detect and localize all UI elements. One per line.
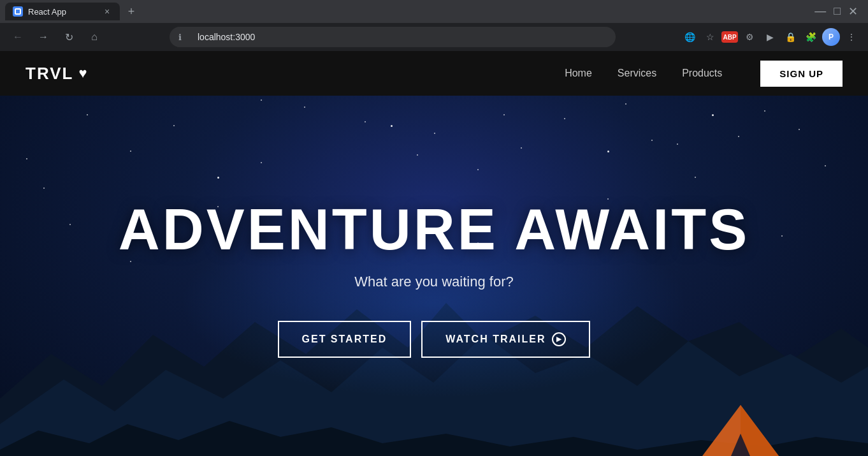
tab-title: React App [28, 7, 97, 17]
tab-bar: React App × + — □ ✕ [0, 0, 868, 23]
window-controls: — □ ✕ [814, 4, 863, 18]
nav-links: Home Services Products SIGN UP [565, 61, 843, 87]
brand-heart-icon: ♥ [78, 65, 87, 82]
address-bar-row: ← → ↻ ⌂ ℹ localhost:3000 🌐 ☆ ABP ⚙ ▶ 🔒 🧩… [0, 23, 868, 51]
extension-btn-3[interactable]: 🔒 [781, 28, 799, 46]
extensions-button[interactable]: 🧩 [802, 28, 820, 46]
window-close-button[interactable]: ✕ [848, 4, 858, 18]
adblock-button[interactable]: ABP [721, 31, 738, 43]
bookmark-button[interactable]: ☆ [701, 28, 719, 46]
browser-action-buttons: 🌐 ☆ ABP ⚙ ▶ 🔒 🧩 P ⋮ [681, 28, 860, 46]
hero-title: ADVENTURE AWAITS [119, 201, 750, 258]
hero-cta-buttons: GET STARTED WATCH TRAILER ▶ [119, 321, 750, 358]
lock-icon: ℹ [178, 33, 182, 42]
hero-section: ADVENTURE AWAITS What are you waiting fo… [0, 96, 868, 456]
extension-btn-1[interactable]: ⚙ [741, 28, 758, 46]
watch-trailer-label: WATCH TRAILER [445, 334, 546, 345]
forward-button[interactable]: → [33, 27, 54, 47]
menu-button[interactable]: ⋮ [843, 28, 860, 46]
active-tab[interactable]: React App × [5, 3, 120, 20]
avatar: P [822, 28, 840, 46]
url-display: localhost:3000 [192, 32, 255, 42]
brand-logo[interactable]: TRVL ♥ [25, 64, 87, 84]
brand-name: TRVL [25, 64, 73, 84]
close-tab-button[interactable]: × [102, 6, 112, 17]
extension-btn-2[interactable]: ▶ [761, 28, 779, 46]
hero-content: ADVENTURE AWAITS What are you waiting fo… [119, 201, 750, 358]
signup-button[interactable]: SIGN UP [760, 61, 843, 87]
reload-button[interactable]: ↻ [59, 27, 79, 47]
translate-button[interactable]: 🌐 [681, 28, 698, 46]
nav-products[interactable]: Products [682, 68, 722, 79]
back-button[interactable]: ← [8, 27, 28, 47]
address-bar[interactable]: ℹ localhost:3000 [170, 27, 616, 47]
hero-subtitle: What are you waiting for? [119, 274, 750, 290]
minimize-button[interactable]: — [814, 4, 826, 18]
home-button[interactable]: ⌂ [84, 27, 105, 47]
play-icon: ▶ [552, 332, 566, 346]
maximize-button[interactable]: □ [834, 4, 841, 18]
site-navbar: TRVL ♥ Home Services Products SIGN UP [0, 51, 868, 96]
watch-trailer-button[interactable]: WATCH TRAILER ▶ [421, 321, 590, 358]
tab-favicon [13, 6, 23, 17]
new-tab-button[interactable]: + [122, 3, 140, 20]
website-content: TRVL ♥ Home Services Products SIGN UP [0, 51, 868, 456]
profile-button[interactable]: P [822, 28, 840, 46]
tent-decoration [690, 399, 792, 456]
browser-window: React App × + — □ ✕ ← → ↻ ⌂ ℹ localhost:… [0, 0, 868, 51]
get-started-button[interactable]: GET STARTED [278, 321, 412, 358]
nav-home[interactable]: Home [565, 68, 592, 79]
nav-services[interactable]: Services [618, 68, 656, 79]
